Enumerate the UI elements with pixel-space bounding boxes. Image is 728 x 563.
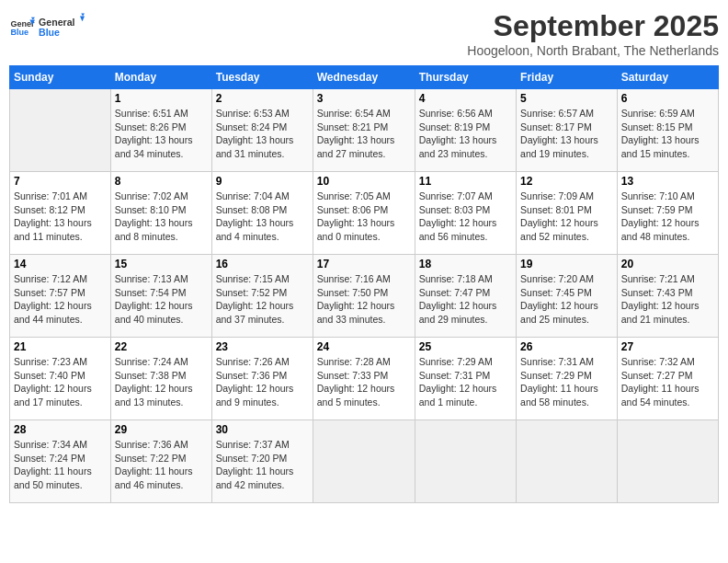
day-number: 30: [216, 423, 309, 436]
day-number: 6: [621, 92, 714, 105]
day-number: 26: [520, 340, 613, 353]
day-info: Sunrise: 6:53 AM Sunset: 8:24 PM Dayligh…: [216, 107, 309, 161]
day-number: 7: [14, 175, 107, 188]
day-info: Sunrise: 7:01 AM Sunset: 8:12 PM Dayligh…: [14, 190, 107, 244]
header-day-sunday: Sunday: [10, 66, 111, 89]
week-row-5: 28Sunrise: 7:34 AM Sunset: 7:24 PM Dayli…: [10, 420, 719, 503]
day-number: 22: [115, 340, 208, 353]
day-number: 16: [216, 258, 309, 270]
day-info: Sunrise: 7:29 AM Sunset: 7:31 PM Dayligh…: [419, 355, 512, 409]
calendar-cell: 19Sunrise: 7:20 AM Sunset: 7:45 PM Dayli…: [517, 255, 618, 338]
svg-text:Blue: Blue: [39, 27, 60, 38]
day-info: Sunrise: 7:18 AM Sunset: 7:47 PM Dayligh…: [419, 272, 512, 327]
header-day-saturday: Saturday: [617, 66, 718, 89]
calendar-cell: 21Sunrise: 7:23 AM Sunset: 7:40 PM Dayli…: [10, 338, 111, 420]
day-info: Sunrise: 7:21 AM Sunset: 7:43 PM Dayligh…: [621, 272, 714, 327]
calendar-cell: 14Sunrise: 7:12 AM Sunset: 7:57 PM Dayli…: [10, 255, 111, 338]
calendar-cell: [617, 420, 718, 503]
day-number: 29: [115, 423, 208, 436]
day-info: Sunrise: 6:59 AM Sunset: 8:15 PM Dayligh…: [621, 107, 714, 161]
day-number: 13: [621, 175, 714, 188]
day-info: Sunrise: 7:31 AM Sunset: 7:29 PM Dayligh…: [520, 355, 613, 409]
svg-text:General: General: [39, 17, 75, 28]
day-number: 21: [14, 340, 107, 353]
calendar-cell: 26Sunrise: 7:31 AM Sunset: 7:29 PM Dayli…: [517, 338, 618, 420]
calendar-cell: 20Sunrise: 7:21 AM Sunset: 7:43 PM Dayli…: [617, 255, 718, 338]
day-number: 3: [317, 92, 411, 105]
week-row-1: 1Sunrise: 6:51 AM Sunset: 8:26 PM Daylig…: [10, 89, 719, 172]
day-info: Sunrise: 7:04 AM Sunset: 8:08 PM Dayligh…: [216, 190, 309, 244]
day-number: 23: [216, 340, 309, 353]
calendar-cell: 18Sunrise: 7:18 AM Sunset: 7:47 PM Dayli…: [415, 255, 516, 338]
header-row: SundayMondayTuesdayWednesdayThursdayFrid…: [10, 66, 719, 89]
header-day-monday: Monday: [110, 66, 211, 89]
day-info: Sunrise: 7:09 AM Sunset: 8:01 PM Dayligh…: [520, 190, 613, 244]
day-info: Sunrise: 7:05 AM Sunset: 8:06 PM Dayligh…: [317, 190, 411, 244]
header-day-wednesday: Wednesday: [313, 66, 415, 89]
day-info: Sunrise: 7:34 AM Sunset: 7:24 PM Dayligh…: [14, 438, 107, 492]
calendar-cell: 7Sunrise: 7:01 AM Sunset: 8:12 PM Daylig…: [10, 172, 111, 255]
day-info: Sunrise: 7:28 AM Sunset: 7:33 PM Dayligh…: [317, 355, 411, 409]
day-info: Sunrise: 7:26 AM Sunset: 7:36 PM Dayligh…: [216, 355, 309, 409]
day-info: Sunrise: 7:36 AM Sunset: 7:22 PM Dayligh…: [115, 438, 208, 492]
calendar-cell: 10Sunrise: 7:05 AM Sunset: 8:06 PM Dayli…: [313, 172, 415, 255]
calendar-cell: 30Sunrise: 7:37 AM Sunset: 7:20 PM Dayli…: [211, 420, 313, 503]
day-number: 14: [14, 258, 107, 270]
day-info: Sunrise: 6:54 AM Sunset: 8:21 PM Dayligh…: [317, 107, 411, 161]
day-info: Sunrise: 7:13 AM Sunset: 7:54 PM Dayligh…: [115, 272, 208, 327]
calendar-cell: 13Sunrise: 7:10 AM Sunset: 7:59 PM Dayli…: [617, 172, 718, 255]
day-info: Sunrise: 7:37 AM Sunset: 7:20 PM Dayligh…: [216, 438, 309, 492]
day-number: 25: [419, 340, 512, 353]
logo-icon: General Blue: [9, 15, 35, 40]
day-number: 1: [115, 92, 208, 105]
day-number: 24: [317, 340, 411, 353]
svg-text:Blue: Blue: [10, 28, 28, 37]
calendar-header: SundayMondayTuesdayWednesdayThursdayFrid…: [10, 66, 719, 89]
day-info: Sunrise: 7:15 AM Sunset: 7:52 PM Dayligh…: [216, 272, 309, 327]
calendar-cell: 6Sunrise: 6:59 AM Sunset: 8:15 PM Daylig…: [617, 89, 718, 172]
day-info: Sunrise: 7:23 AM Sunset: 7:40 PM Dayligh…: [14, 355, 107, 409]
calendar-cell: 5Sunrise: 6:57 AM Sunset: 8:17 PM Daylig…: [517, 89, 618, 172]
svg-marker-7: [80, 17, 85, 22]
month-title: September 2025: [467, 9, 719, 43]
day-number: 17: [317, 258, 411, 270]
day-info: Sunrise: 7:16 AM Sunset: 7:50 PM Dayligh…: [317, 272, 411, 327]
day-number: 15: [115, 258, 208, 270]
day-info: Sunrise: 7:32 AM Sunset: 7:27 PM Dayligh…: [621, 355, 714, 409]
calendar-cell: 8Sunrise: 7:02 AM Sunset: 8:10 PM Daylig…: [110, 172, 211, 255]
calendar-cell: 23Sunrise: 7:26 AM Sunset: 7:36 PM Dayli…: [211, 338, 313, 420]
calendar-table: SundayMondayTuesdayWednesdayThursdayFrid…: [9, 65, 719, 503]
day-number: 11: [419, 175, 512, 188]
calendar-cell: 15Sunrise: 7:13 AM Sunset: 7:54 PM Dayli…: [110, 255, 211, 338]
day-number: 5: [520, 92, 613, 105]
day-number: 12: [520, 175, 613, 188]
calendar-cell: 25Sunrise: 7:29 AM Sunset: 7:31 PM Dayli…: [415, 338, 516, 420]
day-number: 28: [14, 423, 107, 436]
day-info: Sunrise: 7:24 AM Sunset: 7:38 PM Dayligh…: [115, 355, 208, 409]
day-number: 10: [317, 175, 411, 188]
day-number: 20: [621, 258, 714, 270]
calendar-cell: [313, 420, 415, 503]
day-info: Sunrise: 6:57 AM Sunset: 8:17 PM Dayligh…: [520, 107, 613, 161]
calendar-cell: 27Sunrise: 7:32 AM Sunset: 7:27 PM Dayli…: [617, 338, 718, 420]
logo-graphic-icon: General Blue: [39, 9, 85, 46]
calendar-cell: [517, 420, 618, 503]
calendar-cell: [10, 89, 111, 172]
calendar-cell: 9Sunrise: 7:04 AM Sunset: 8:08 PM Daylig…: [211, 172, 313, 255]
week-row-2: 7Sunrise: 7:01 AM Sunset: 8:12 PM Daylig…: [10, 172, 719, 255]
day-number: 27: [621, 340, 714, 353]
calendar-cell: 1Sunrise: 6:51 AM Sunset: 8:26 PM Daylig…: [110, 89, 211, 172]
day-info: Sunrise: 7:20 AM Sunset: 7:45 PM Dayligh…: [520, 272, 613, 327]
week-row-3: 14Sunrise: 7:12 AM Sunset: 7:57 PM Dayli…: [10, 255, 719, 338]
day-info: Sunrise: 7:02 AM Sunset: 8:10 PM Dayligh…: [115, 190, 208, 244]
day-info: Sunrise: 7:12 AM Sunset: 7:57 PM Dayligh…: [14, 272, 107, 327]
header-day-thursday: Thursday: [415, 66, 516, 89]
calendar-body: 1Sunrise: 6:51 AM Sunset: 8:26 PM Daylig…: [10, 89, 719, 503]
calendar-cell: 16Sunrise: 7:15 AM Sunset: 7:52 PM Dayli…: [211, 255, 313, 338]
day-info: Sunrise: 7:07 AM Sunset: 8:03 PM Dayligh…: [419, 190, 512, 244]
day-number: 4: [419, 92, 512, 105]
day-number: 8: [115, 175, 208, 188]
day-number: 2: [216, 92, 309, 105]
title-area: September 2025 Hoogeloon, North Brabant,…: [467, 9, 719, 58]
day-info: Sunrise: 6:56 AM Sunset: 8:19 PM Dayligh…: [419, 107, 512, 161]
